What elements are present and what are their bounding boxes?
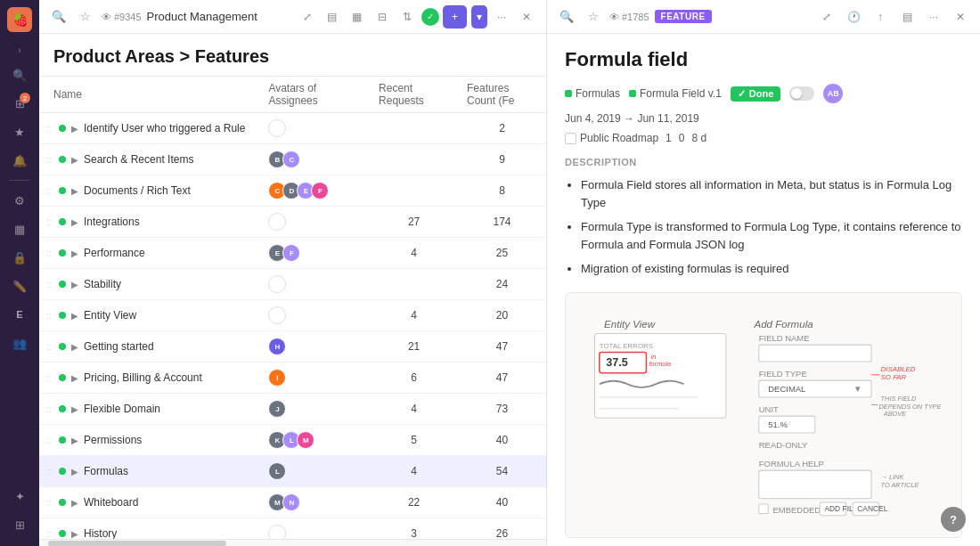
expand-icon[interactable]: ▶: [71, 249, 78, 258]
empty-avatar: [268, 306, 286, 324]
row-avatars-cell: [259, 300, 370, 331]
table-container[interactable]: Name Avatars of Assignees Recent Request…: [39, 77, 546, 539]
avatar: N: [282, 493, 300, 511]
expand-icon[interactable]: ▶: [71, 342, 78, 352]
expand-icon[interactable]: ▶: [71, 529, 78, 539]
sort-button[interactable]: ⇅: [396, 6, 418, 28]
toolbar-actions: ⤢ ▤ ▦ ⊟ ⇅ ✓ + ▾ ··· ✕: [297, 5, 537, 29]
row-count-cell: 47: [458, 363, 546, 394]
table-row[interactable]: :: ▶ Stability 24: [39, 269, 546, 300]
left-panel: 🔍 ☆ 👁 #9345 Product Management ⤢ ▤ ▦ ⊟ ⇅…: [39, 0, 547, 546]
sidebar-divider-1: [9, 180, 30, 181]
tag-button[interactable]: ✓: [421, 8, 439, 26]
table-row[interactable]: :: ▶ Formulas L454: [39, 456, 546, 487]
expand-icon[interactable]: ▶: [71, 280, 78, 289]
sidebar-item-home[interactable]: ⊞ 2: [7, 91, 32, 116]
drag-handle: ::: [46, 467, 57, 477]
table-row[interactable]: :: ▶ Flexible Domain J473: [39, 394, 546, 425]
expand-icon[interactable]: ▶: [71, 436, 78, 445]
row-recent-cell: [370, 113, 458, 144]
row-name-label: Formulas: [84, 465, 128, 477]
add-split-button[interactable]: ▾: [471, 5, 487, 29]
right-search-icon[interactable]: 🔍: [556, 6, 577, 28]
sidebar-item-edit[interactable]: ✏️: [7, 273, 32, 298]
sidebar-item-sparkle[interactable]: ✦: [7, 484, 32, 509]
svg-text:formula: formula: [649, 360, 672, 368]
row-count-cell: 47: [458, 331, 546, 363]
expand-icon[interactable]: ▶: [71, 404, 78, 414]
row-name-cell: :: ▶ Formulas: [39, 456, 259, 487]
help-button[interactable]: ?: [941, 507, 966, 532]
expand-icon[interactable]: ▶: [71, 467, 78, 477]
star-icon[interactable]: ☆: [75, 6, 96, 28]
more-button[interactable]: ···: [491, 6, 512, 28]
right-more-button[interactable]: ···: [923, 6, 944, 28]
expand-button[interactable]: ⤢: [297, 6, 318, 28]
table-row[interactable]: :: ▶ Integrations 27174: [39, 207, 546, 238]
filter-button[interactable]: ⊟: [372, 6, 393, 28]
row-avatars-cell: CDEF: [259, 175, 370, 207]
expand-icon[interactable]: ▶: [71, 373, 78, 383]
drag-handle: ::: [46, 124, 57, 134]
table-row[interactable]: :: ▶ Performance EF425: [39, 238, 546, 269]
meta-num3: 8 d: [691, 132, 706, 144]
app-logo[interactable]: 🍓: [7, 7, 32, 32]
expand-icon[interactable]: ▶: [71, 186, 78, 196]
history-button[interactable]: 🕐: [843, 6, 864, 28]
close-button[interactable]: ✕: [516, 6, 537, 28]
svg-text:ABOVE: ABOVE: [883, 410, 906, 418]
expand-icon[interactable]: ▶: [71, 124, 78, 134]
expand-icon[interactable]: ▶: [71, 498, 78, 508]
empty-avatar: [268, 119, 286, 137]
sidebar-item-bell[interactable]: 🔔: [7, 148, 32, 173]
svg-text:UNIT: UNIT: [759, 403, 779, 413]
list-view-button[interactable]: ▤: [322, 6, 343, 28]
table-row[interactable]: :: ▶ Identify User who triggered a Rule …: [39, 113, 546, 144]
row-count-cell: 25: [458, 238, 546, 269]
table-row[interactable]: :: ▶ Entity View 420: [39, 300, 546, 331]
expand-icon[interactable]: ▶: [71, 217, 78, 227]
sidebar-item-entity[interactable]: E: [7, 302, 32, 327]
public-roadmap-checkbox[interactable]: [565, 133, 576, 144]
table-row[interactable]: :: ▶ Search & Recent Items BC9: [39, 144, 546, 175]
add-button[interactable]: +: [443, 5, 467, 29]
layout-button[interactable]: ▤: [896, 6, 918, 28]
row-name-label: Permissions: [84, 434, 142, 446]
expand-icon[interactable]: ▶: [71, 155, 78, 165]
features-table: Name Avatars of Assignees Recent Request…: [39, 77, 546, 539]
meta-assignee-avatar: AB: [823, 84, 843, 103]
grid-view-button[interactable]: ▦: [347, 6, 368, 28]
table-row[interactable]: :: ▶ Permissions KLM540: [39, 425, 546, 456]
sidebar-item-lock[interactable]: 🔒: [7, 245, 32, 270]
sidebar-item-users[interactable]: 👥: [7, 330, 32, 355]
fullscreen-button[interactable]: ⤢: [816, 6, 837, 28]
meta-date-range: Jun 4, 2019 → Jun 11, 2019: [565, 112, 699, 125]
sidebar-item-settings[interactable]: ⚙: [7, 188, 32, 213]
right-close-button[interactable]: ✕: [950, 6, 971, 28]
row-avatars-cell: EF: [259, 238, 370, 269]
row-name-cell: :: ▶ Whiteboard: [39, 487, 259, 518]
row-count-cell: 73: [458, 394, 546, 425]
row-name-cell: :: ▶ Performance: [39, 238, 259, 269]
search-icon[interactable]: 🔍: [48, 6, 69, 28]
sidebar-item-layout[interactable]: ▦: [7, 216, 32, 241]
right-star-icon[interactable]: ☆: [583, 6, 604, 28]
expand-icon[interactable]: ▶: [71, 311, 78, 321]
table-row[interactable]: :: ▶ Whiteboard MN2240: [39, 487, 546, 518]
table-row[interactable]: :: ▶ Documents / Rich Text CDEF8: [39, 175, 546, 207]
table-row[interactable]: :: ▶ Pricing, Billing & Account I647: [39, 363, 546, 394]
share-button[interactable]: ↑: [870, 6, 891, 28]
meta-num2: 0: [679, 132, 685, 144]
description-list: Formula Field stores all information in …: [565, 176, 962, 278]
table-row[interactable]: :: ▶ History 326: [39, 518, 546, 540]
svg-text:TOTAL ERRORS: TOTAL ERRORS: [600, 342, 653, 350]
sidebar-item-favorites[interactable]: ★: [7, 119, 32, 144]
status-toggle[interactable]: [789, 86, 814, 101]
sidebar-item-search[interactable]: 🔍: [7, 62, 32, 87]
row-name-cell: :: ▶ Stability: [39, 269, 259, 300]
sidebar-collapse[interactable]: ›: [12, 43, 27, 57]
sidebar-item-grid[interactable]: ⊞: [7, 512, 32, 537]
table-scrollbar[interactable]: [39, 539, 546, 546]
table-row[interactable]: :: ▶ Getting started H2147: [39, 331, 546, 363]
drag-handle: ::: [46, 404, 57, 414]
